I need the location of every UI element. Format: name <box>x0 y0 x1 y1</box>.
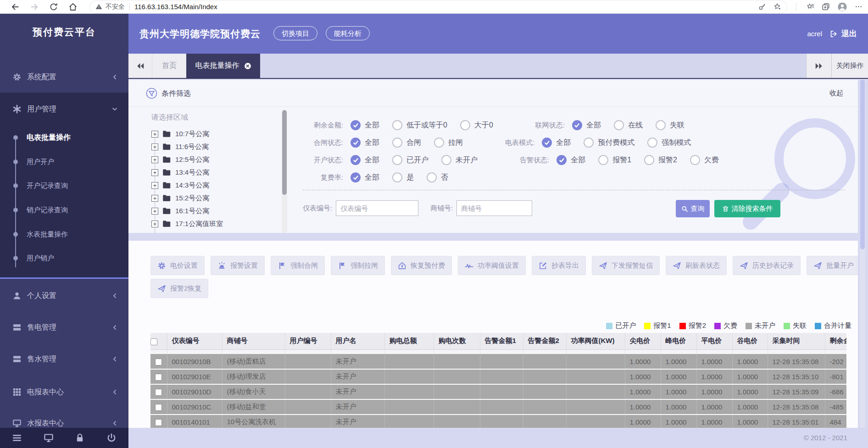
toolbar-button-报警2恢复[interactable]: 报警2恢复 <box>150 279 208 298</box>
sidebar-item-个人设置[interactable]: 个人设置 <box>0 287 128 305</box>
radio-option-全部[interactable]: 全部 <box>351 138 379 148</box>
content-scrollbar[interactable] <box>860 80 865 428</box>
row-checkbox[interactable] <box>155 374 162 381</box>
radio-option-全部[interactable]: 全部 <box>572 120 601 130</box>
tree-expand-icon[interactable]: + <box>151 221 158 227</box>
sidebar-item-售电管理[interactable]: 售电管理 <box>0 318 128 337</box>
toolbar-button-抄表导出[interactable]: 抄表导出 <box>532 256 586 275</box>
tree-expand-icon[interactable]: + <box>151 156 158 163</box>
sidebar-subitem-开户记录查询[interactable]: 开户记录查询 <box>0 178 128 194</box>
radio-icon[interactable] <box>598 155 608 165</box>
more-menu-icon[interactable] <box>855 3 862 11</box>
tab-meter-batch-active[interactable]: 电表批量操作 <box>186 54 260 78</box>
sidebar-item-售水管理[interactable]: 售水管理 <box>0 350 128 368</box>
radio-checked-icon[interactable] <box>542 138 552 148</box>
collapse-filter-button[interactable]: 收起 <box>829 89 843 98</box>
tree-node[interactable]: +10:7号公寓 <box>151 129 280 139</box>
header-pill-能耗分析[interactable]: 能耗分析 <box>326 26 370 40</box>
logout-icon[interactable] <box>829 30 838 38</box>
tree-expand-icon[interactable]: + <box>151 169 158 176</box>
sidebar-subitem-水表批量操作[interactable]: 水表批量操作 <box>0 227 128 242</box>
tree-expand-icon[interactable]: + <box>151 144 158 150</box>
radio-icon[interactable] <box>644 155 654 165</box>
radio-icon[interactable] <box>647 138 657 148</box>
tree-expand-icon[interactable]: + <box>151 208 158 215</box>
radio-option-报警1[interactable]: 报警1 <box>598 155 631 165</box>
refresh-icon[interactable] <box>49 2 58 11</box>
radio-icon[interactable] <box>392 120 402 130</box>
favorites-bar-icon[interactable] <box>807 3 814 11</box>
forward-icon[interactable] <box>30 2 39 11</box>
clear-search-button[interactable]: 清除搜索条件 <box>714 200 780 217</box>
radio-option-全部[interactable]: 全部 <box>351 120 379 130</box>
radio-icon[interactable] <box>656 120 666 130</box>
radio-checked-icon[interactable] <box>351 138 361 148</box>
radio-icon[interactable] <box>392 138 402 148</box>
radio-option-报警2[interactable]: 报警2 <box>644 155 677 165</box>
radio-option-是[interactable]: 是 <box>392 172 414 183</box>
close-operations-button[interactable]: 关闭操作 <box>831 54 868 78</box>
radio-icon[interactable] <box>392 172 402 183</box>
toolbar-button-历史抄表记录[interactable]: 历史抄表记录 <box>733 256 801 275</box>
row-checkbox[interactable] <box>155 404 162 411</box>
monitor-icon[interactable] <box>44 433 54 443</box>
toolbar-button-下发报警短信[interactable]: 下发报警短信 <box>592 256 660 275</box>
tree-node[interactable]: +13:4号公寓 <box>151 167 280 177</box>
password-key-icon[interactable] <box>758 3 766 11</box>
favorite-add-icon[interactable] <box>773 3 781 11</box>
radio-icon[interactable] <box>584 138 594 148</box>
radio-option-全部[interactable]: 全部 <box>351 155 379 165</box>
select-all-checkbox[interactable] <box>150 338 157 345</box>
radio-checked-icon[interactable] <box>351 172 361 183</box>
radio-option-失联[interactable]: 失联 <box>656 120 684 130</box>
tree-node[interactable]: +18:1号箱变 <box>151 232 280 233</box>
toolbar-button-刷新表状态[interactable]: 刷新表状态 <box>666 256 727 275</box>
logout-button[interactable]: 退出 <box>841 28 857 39</box>
radio-icon[interactable] <box>434 138 444 148</box>
toolbar-button-报警设置[interactable]: 报警设置 <box>211 256 265 275</box>
toolbar-button-强制拉闸[interactable]: 强制拉闸 <box>331 256 385 275</box>
radio-option-低于或等于0[interactable]: 低于或等于0 <box>392 120 447 130</box>
sidebar-subitem-电表批量操作[interactable]: 电表批量操作 <box>0 130 128 145</box>
radio-checked-icon[interactable] <box>572 120 582 130</box>
home-icon[interactable] <box>68 2 78 11</box>
back-icon[interactable] <box>11 2 20 11</box>
lock-icon[interactable] <box>75 433 85 443</box>
radio-icon[interactable] <box>460 120 470 130</box>
sidebar-item-系统配置[interactable]: 系统配置 <box>0 68 128 86</box>
sidebar-item-用户管理[interactable]: 用户管理 <box>0 100 128 118</box>
toolbar-button-强制合闸[interactable]: 强制合闸 <box>271 256 325 275</box>
tree-expand-icon[interactable]: + <box>151 131 158 138</box>
sidebar-item-电报表中心[interactable]: 电报表中心 <box>0 383 128 401</box>
radio-icon[interactable] <box>441 155 451 165</box>
meter-no-input[interactable] <box>336 200 418 216</box>
radio-option-拉闸[interactable]: 拉闸 <box>434 138 463 148</box>
tree-scrollbar-thumb[interactable] <box>282 110 287 195</box>
tree-node[interactable]: +17:1公寓值班室 <box>151 219 280 229</box>
radio-option-预付费模式[interactable]: 预付费模式 <box>584 138 634 148</box>
row-checkbox[interactable] <box>155 359 162 365</box>
radio-option-否[interactable]: 否 <box>427 172 448 183</box>
tree-expand-icon[interactable]: + <box>151 195 158 202</box>
radio-checked-icon[interactable] <box>351 155 361 165</box>
radio-icon[interactable] <box>427 172 437 183</box>
header-pill-切换项目[interactable]: 切换项目 <box>273 26 317 40</box>
tree-node[interactable]: +12:5号公寓 <box>151 155 280 165</box>
radio-checked-icon[interactable] <box>351 120 361 130</box>
radio-option-全部[interactable]: 全部 <box>556 155 585 165</box>
profile-avatar-icon[interactable] <box>837 2 847 12</box>
tree-node[interactable]: +15:2号公寓 <box>151 193 280 203</box>
tree-node[interactable]: +11:6号公寓 <box>151 142 280 152</box>
tree-scrollbar[interactable] <box>282 110 287 233</box>
radio-option-全部[interactable]: 全部 <box>542 138 571 148</box>
toolbar-button-批量开户[interactable]: 批量开户 <box>807 256 858 275</box>
tab-close-icon[interactable] <box>244 62 251 70</box>
sidebar-subitem-用户开户[interactable]: 用户开户 <box>0 154 128 170</box>
query-button[interactable]: 查询 <box>676 200 710 217</box>
tab-home[interactable]: 首页 <box>152 54 186 78</box>
radio-option-合闸[interactable]: 合闸 <box>392 138 421 148</box>
row-checkbox[interactable] <box>155 389 162 396</box>
row-checkbox[interactable] <box>155 419 162 426</box>
radio-option-已开户[interactable]: 已开户 <box>392 155 428 165</box>
power-icon[interactable] <box>106 433 117 443</box>
